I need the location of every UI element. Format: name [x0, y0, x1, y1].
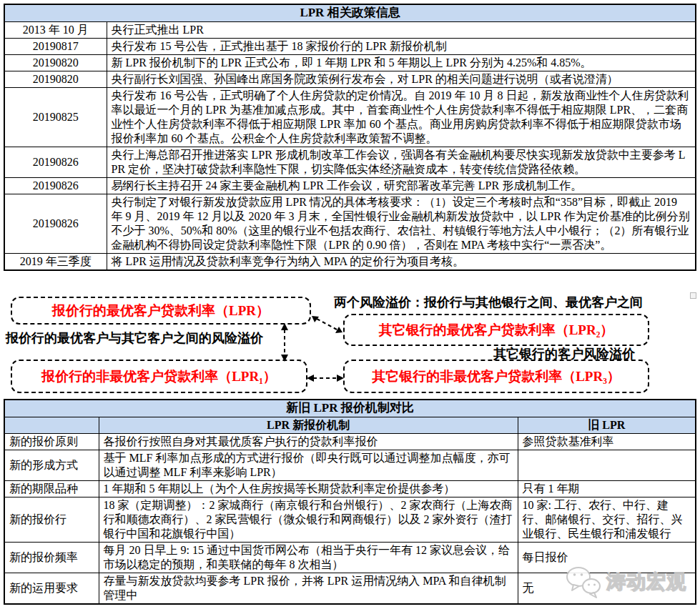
comparison-header-new: LPR 新报价机制	[99, 417, 518, 433]
table-row: 20190826 央行制定了对银行新发放贷款应用 LPR 情况的具体考核要求：（…	[4, 194, 696, 253]
table-row: 20190817 央行发布 15 号公告，正式推出基于 18 家报价行的 LPR…	[4, 38, 696, 54]
table-row: 20190820 新 LPR 报价机制下的 LPR 正式公布，即 1 年期 LP…	[4, 54, 696, 71]
table-row: 2013 年 10 月 央行正式推出 LPR	[4, 21, 696, 38]
table-row: 新的期限品种 1 年期和 5 年期以上（为个人住房按揭等长期贷款利率定价提供参考…	[4, 480, 696, 497]
comparison-header-old: 旧 LPR	[518, 417, 696, 433]
wechat-logo-icon	[565, 565, 602, 599]
policy-date: 20190820	[4, 71, 107, 87]
comparison-old-cell: 只有 1 年期	[518, 480, 696, 497]
document-page: LPR 相关政策信息 2013 年 10 月 央行正式推出 LPR 201908…	[0, 0, 700, 609]
policy-content: 将 LPR 运用情况及贷款利率竞争行为纳入 MPA 的定价行为项目考核。	[107, 253, 696, 270]
resize-handle-artifact	[690, 292, 696, 299]
lpr-rate-relation-diagram: 报价行的最优客户贷款利率（LPR） 其它银行的最优客户贷款利率（LPR₂） 报价…	[0, 288, 700, 399]
diagram-label-right-premium: 其它银行的客户风险溢价	[493, 345, 635, 362]
comparison-old-cell: 参照贷款基准利率	[518, 433, 696, 450]
policy-date: 20190826	[4, 147, 107, 177]
policy-date: 20190826	[4, 177, 107, 194]
comparison-row-label: 新的报价原则	[4, 433, 99, 450]
table-row: 2019 年三季度 将 LPR 运用情况及贷款利率竞争行为纳入 MPA 的定价行…	[4, 253, 696, 270]
policy-date: 2013 年 10 月	[4, 21, 107, 38]
comparison-new-cell: 每月 20 日早上 9: 15 通过中国货币网公布（相当于央行一年有 12 家议…	[99, 542, 518, 573]
policy-date: 20190826	[4, 194, 107, 253]
arrowhead-left-icon	[307, 375, 314, 382]
table-row: 新的报价原则 各报价行按照自身对其最优质客户执行的贷款利率报价 参照贷款基准利率	[4, 433, 696, 450]
comparison-new-cell: 基于 MLF 利率加点形成的方式进行报价（即央行既可以通过调整加点幅度，亦可以通…	[99, 450, 518, 480]
comparison-new-cell: 1 年期和 5 年期以上（为个人住房按揭等长期贷款利率定价提供参考）	[99, 480, 518, 497]
diagram-label-left-premium: 报价行的最优客户与其它客户之间的风险溢价	[6, 330, 263, 347]
table-row: 20190826 央行上海总部召开推进落实 LPR 形成机制改革工作会议，强调各…	[4, 147, 696, 177]
comparison-row-label: 新的报价频率	[4, 542, 99, 573]
comparison-row-label: 新的形成方式	[4, 450, 99, 480]
lpr-policy-table: LPR 相关政策信息 2013 年 10 月 央行正式推出 LPR 201908…	[4, 4, 696, 271]
comparison-header-row: LPR 新报价机制 旧 LPR	[4, 417, 696, 433]
table-row: 新的形成方式 基于 MLF 利率加点形成的方式进行报价（即央行既可以通过调整加点…	[4, 450, 696, 480]
comparison-row-label: 新的运用要求	[4, 573, 99, 604]
policy-content: 央行发布 15 号公告，正式推出基于 18 家报价行的 LPR 新报价机制	[107, 38, 696, 54]
comparison-new-cell: 18 家（定期调整）：2 家城商行（南京银行和台州银行）、2 家农商行（上海农商…	[99, 497, 518, 542]
comparison-old-cell	[518, 450, 696, 480]
diagram-box-lpr1: 报价行的非最优客户贷款利率（LPR₁）	[11, 360, 307, 393]
diagram-label-two-premiums: 两个风险溢价：报价行与其他银行之间、最优客户之间	[334, 294, 643, 311]
table-row: 新的报价行 18 家（定期调整）：2 家城商行（南京银行和台州银行）、2 家农商…	[4, 497, 696, 542]
policy-date: 20190820	[4, 54, 107, 71]
comparison-row-label: 新的期限品种	[4, 480, 99, 497]
table-row: 20190825 央行发布 16 号公告，正式明确了个人住房贷款的定价情况。自 …	[4, 87, 696, 147]
diagram-box-lpr2: 其它银行的最优客户贷款利率（LPR₂）	[343, 314, 649, 346]
policy-content: 央行上海总部召开推进落实 LPR 形成机制改革工作会议，强调各有关金融机构要尽快…	[107, 147, 696, 177]
comparison-header-empty	[4, 417, 99, 433]
diagram-box-lpr3: 其它银行的非最优客户贷款利率（LPR₃）	[343, 360, 649, 393]
policy-date: 2019 年三季度	[4, 253, 107, 270]
policy-date: 20190817	[4, 38, 107, 54]
policy-content: 央行正式推出 LPR	[107, 21, 696, 38]
comparison-new-cell: 存量与新发放贷款均要参考 LPR 报价，并将 LPR 运用情况纳入 MPA 和自…	[99, 573, 518, 604]
comparison-table-title: 新旧 LPR 报价机制对比	[4, 400, 696, 417]
policy-content: 易纲行长主持召开 24 家主要金融机构 LPR 工作会议，研究部署改革完善 LP…	[107, 177, 696, 194]
table-row: 20190820 央行副行长刘国强、孙国峰出席国务院政策例行发布会，对 LPR …	[4, 71, 696, 87]
diagram-box-lpr: 报价行的最优客户贷款利率（LPR）	[11, 297, 311, 325]
comparison-table-title-row: 新旧 LPR 报价机制对比	[4, 400, 696, 417]
comparison-new-cell: 各报价行按照自身对其最优质客户执行的贷款利率报价	[99, 433, 518, 450]
policy-content: 央行副行长刘国强、孙国峰出席国务院政策例行发布会，对 LPR 的相关问题进行说明…	[107, 71, 696, 87]
comparison-row-label: 新的报价行	[4, 497, 99, 542]
diagonal-dashed-arrow	[317, 319, 337, 330]
policy-date: 20190825	[4, 87, 107, 147]
policy-content: 央行发布 16 号公告，正式明确了个人住房贷款的定价情况。自 2019 年 10…	[107, 87, 696, 147]
arrowhead-downright-icon	[335, 327, 342, 333]
policy-table-title-row: LPR 相关政策信息	[4, 4, 696, 21]
policy-content: 央行制定了对银行新发放贷款应用 LPR 情况的具体考核要求：（1）设定三个考核时…	[107, 194, 696, 253]
watermark-text: 涛动宏观	[606, 569, 686, 595]
watermark: 涛动宏观	[565, 562, 697, 601]
arrowhead-upleft-icon	[312, 316, 319, 322]
policy-content: 新 LPR 报价机制下的 LPR 正式公布，即 1 年期 LPR 和 5 年期以…	[107, 54, 696, 71]
policy-table-title: LPR 相关政策信息	[4, 4, 696, 21]
table-row: 20190826 易纲行长主持召开 24 家主要金融机构 LPR 工作会议，研究…	[4, 177, 696, 194]
comparison-old-cell: 10 家: 工行、农行、中行、建行、邮储银行、交行、招行、兴业银行、民生银行和浦…	[518, 497, 696, 542]
